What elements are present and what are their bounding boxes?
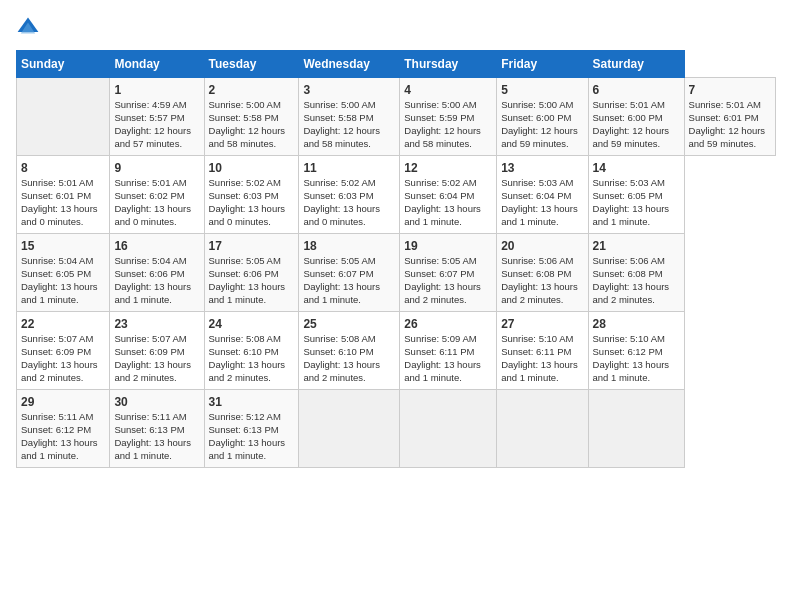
calendar-cell (588, 390, 684, 468)
day-number: 4 (404, 82, 492, 98)
daylight-text: Daylight: 13 hours and 1 minute. (593, 203, 670, 227)
sunset-text: Sunset: 5:58 PM (209, 112, 279, 123)
sunset-text: Sunset: 6:11 PM (501, 346, 571, 357)
sunrise-text: Sunrise: 5:03 AM (501, 177, 573, 188)
day-number: 5 (501, 82, 583, 98)
day-number: 2 (209, 82, 295, 98)
sunset-text: Sunset: 6:12 PM (593, 346, 663, 357)
sunset-text: Sunset: 6:10 PM (209, 346, 279, 357)
calendar-cell: 6Sunrise: 5:01 AMSunset: 6:00 PMDaylight… (588, 78, 684, 156)
sunrise-text: Sunrise: 5:10 AM (593, 333, 665, 344)
daylight-text: Daylight: 13 hours and 1 minute. (21, 437, 98, 461)
calendar-cell (400, 390, 497, 468)
daylight-text: Daylight: 12 hours and 59 minutes. (689, 125, 766, 149)
calendar-cell: 4Sunrise: 5:00 AMSunset: 5:59 PMDaylight… (400, 78, 497, 156)
daylight-text: Daylight: 13 hours and 0 minutes. (114, 203, 191, 227)
logo-icon (16, 16, 40, 40)
sunset-text: Sunset: 6:03 PM (303, 190, 373, 201)
sunset-text: Sunset: 6:03 PM (209, 190, 279, 201)
calendar-week-2: 15Sunrise: 5:04 AMSunset: 6:05 PMDayligh… (17, 234, 776, 312)
calendar-cell: 15Sunrise: 5:04 AMSunset: 6:05 PMDayligh… (17, 234, 110, 312)
calendar-cell: 31Sunrise: 5:12 AMSunset: 6:13 PMDayligh… (204, 390, 299, 468)
header (16, 16, 776, 40)
daylight-text: Daylight: 13 hours and 1 minute. (21, 281, 98, 305)
day-number: 14 (593, 160, 680, 176)
daylight-text: Daylight: 13 hours and 1 minute. (501, 203, 578, 227)
calendar-cell: 7Sunrise: 5:01 AMSunset: 6:01 PMDaylight… (684, 78, 775, 156)
day-number: 18 (303, 238, 395, 254)
sunset-text: Sunset: 6:07 PM (404, 268, 474, 279)
sunrise-text: Sunrise: 5:06 AM (501, 255, 573, 266)
day-number: 11 (303, 160, 395, 176)
day-number: 30 (114, 394, 199, 410)
day-header-monday: Monday (110, 51, 204, 78)
daylight-text: Daylight: 13 hours and 1 minute. (209, 281, 286, 305)
daylight-text: Daylight: 13 hours and 1 minute. (303, 281, 380, 305)
day-header-friday: Friday (497, 51, 588, 78)
calendar-cell: 5Sunrise: 5:00 AMSunset: 6:00 PMDaylight… (497, 78, 588, 156)
day-header-saturday: Saturday (588, 51, 684, 78)
calendar-cell: 10Sunrise: 5:02 AMSunset: 6:03 PMDayligh… (204, 156, 299, 234)
calendar-cell: 17Sunrise: 5:05 AMSunset: 6:06 PMDayligh… (204, 234, 299, 312)
sunrise-text: Sunrise: 5:00 AM (501, 99, 573, 110)
calendar-header-row: SundayMondayTuesdayWednesdayThursdayFrid… (17, 51, 776, 78)
daylight-text: Daylight: 13 hours and 2 minutes. (303, 359, 380, 383)
calendar-cell: 2Sunrise: 5:00 AMSunset: 5:58 PMDaylight… (204, 78, 299, 156)
day-number: 22 (21, 316, 105, 332)
sunrise-text: Sunrise: 5:02 AM (303, 177, 375, 188)
sunrise-text: Sunrise: 5:05 AM (404, 255, 476, 266)
calendar-cell: 1Sunrise: 4:59 AMSunset: 5:57 PMDaylight… (110, 78, 204, 156)
sunrise-text: Sunrise: 5:00 AM (303, 99, 375, 110)
day-number: 10 (209, 160, 295, 176)
sunrise-text: Sunrise: 5:01 AM (689, 99, 761, 110)
calendar-cell: 20Sunrise: 5:06 AMSunset: 6:08 PMDayligh… (497, 234, 588, 312)
sunset-text: Sunset: 6:02 PM (114, 190, 184, 201)
day-number: 26 (404, 316, 492, 332)
sunrise-text: Sunrise: 5:02 AM (209, 177, 281, 188)
calendar-cell: 11Sunrise: 5:02 AMSunset: 6:03 PMDayligh… (299, 156, 400, 234)
daylight-text: Daylight: 13 hours and 1 minute. (114, 281, 191, 305)
sunrise-text: Sunrise: 5:11 AM (114, 411, 186, 422)
daylight-text: Daylight: 12 hours and 58 minutes. (404, 125, 481, 149)
calendar-table: SundayMondayTuesdayWednesdayThursdayFrid… (16, 50, 776, 468)
daylight-text: Daylight: 13 hours and 1 minute. (114, 437, 191, 461)
day-number: 24 (209, 316, 295, 332)
calendar-cell: 9Sunrise: 5:01 AMSunset: 6:02 PMDaylight… (110, 156, 204, 234)
sunset-text: Sunset: 5:59 PM (404, 112, 474, 123)
calendar-cell: 13Sunrise: 5:03 AMSunset: 6:04 PMDayligh… (497, 156, 588, 234)
day-number: 13 (501, 160, 583, 176)
sunrise-text: Sunrise: 5:02 AM (404, 177, 476, 188)
daylight-text: Daylight: 13 hours and 1 minute. (404, 203, 481, 227)
day-header-wednesday: Wednesday (299, 51, 400, 78)
day-number: 8 (21, 160, 105, 176)
day-number: 16 (114, 238, 199, 254)
sunset-text: Sunset: 6:09 PM (21, 346, 91, 357)
calendar-week-0: 1Sunrise: 4:59 AMSunset: 5:57 PMDaylight… (17, 78, 776, 156)
day-number: 3 (303, 82, 395, 98)
daylight-text: Daylight: 13 hours and 2 minutes. (114, 359, 191, 383)
sunset-text: Sunset: 6:05 PM (593, 190, 663, 201)
sunset-text: Sunset: 5:58 PM (303, 112, 373, 123)
sunrise-text: Sunrise: 5:07 AM (21, 333, 93, 344)
calendar-cell: 19Sunrise: 5:05 AMSunset: 6:07 PMDayligh… (400, 234, 497, 312)
sunset-text: Sunset: 6:08 PM (593, 268, 663, 279)
calendar-cell: 28Sunrise: 5:10 AMSunset: 6:12 PMDayligh… (588, 312, 684, 390)
logo (16, 16, 44, 40)
daylight-text: Daylight: 12 hours and 58 minutes. (303, 125, 380, 149)
sunset-text: Sunset: 6:04 PM (501, 190, 571, 201)
sunset-text: Sunset: 6:11 PM (404, 346, 474, 357)
day-number: 19 (404, 238, 492, 254)
day-number: 17 (209, 238, 295, 254)
calendar-cell: 3Sunrise: 5:00 AMSunset: 5:58 PMDaylight… (299, 78, 400, 156)
daylight-text: Daylight: 13 hours and 1 minute. (404, 359, 481, 383)
sunrise-text: Sunrise: 5:09 AM (404, 333, 476, 344)
day-header-tuesday: Tuesday (204, 51, 299, 78)
calendar-week-1: 8Sunrise: 5:01 AMSunset: 6:01 PMDaylight… (17, 156, 776, 234)
day-number: 23 (114, 316, 199, 332)
sunset-text: Sunset: 6:06 PM (114, 268, 184, 279)
daylight-text: Daylight: 13 hours and 1 minute. (501, 359, 578, 383)
sunrise-text: Sunrise: 5:08 AM (209, 333, 281, 344)
sunrise-text: Sunrise: 5:07 AM (114, 333, 186, 344)
day-number: 29 (21, 394, 105, 410)
sunset-text: Sunset: 5:57 PM (114, 112, 184, 123)
